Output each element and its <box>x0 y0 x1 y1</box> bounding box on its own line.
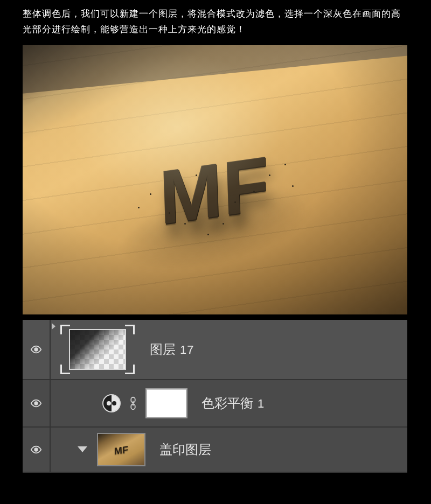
thumbnail-image <box>69 329 126 370</box>
visibility-toggle[interactable] <box>23 380 51 426</box>
link-icon[interactable] <box>128 395 139 411</box>
layer-name-text: 盖印图层 <box>159 441 211 458</box>
layers-panel: 图层 17 色 <box>23 320 407 473</box>
layer-name[interactable]: 色彩平衡 1 <box>201 395 265 412</box>
result-preview-image: MF <box>23 45 407 314</box>
eye-icon <box>30 397 42 409</box>
layer-name[interactable]: 盖印图层 <box>159 441 211 458</box>
layer-row-color-balance[interactable]: 色彩平衡 1 <box>23 380 407 428</box>
expand-arrow-icon[interactable] <box>52 323 55 330</box>
layer-mask-thumbnail[interactable] <box>145 388 187 418</box>
layer-name[interactable]: 图层 17 <box>150 341 194 358</box>
layer-thumbnail[interactable]: MF <box>97 433 145 466</box>
eye-icon <box>30 344 42 355</box>
visibility-toggle[interactable] <box>23 428 51 472</box>
layer-name-number: 17 <box>180 343 194 357</box>
layer-name-number: 1 <box>258 397 265 411</box>
layer-row-stamp[interactable]: MF 盖印图层 <box>23 428 407 473</box>
thumbnail-mini-text: MF <box>114 444 128 458</box>
eye-icon <box>30 444 42 456</box>
layer-thumbnail[interactable] <box>57 325 138 374</box>
layer-row-17[interactable]: 图层 17 <box>23 320 407 380</box>
layer-name-text: 图层 <box>150 341 176 358</box>
layer-name-text: 色彩平衡 <box>201 395 253 412</box>
svg-point-0 <box>34 348 38 351</box>
svg-point-1 <box>34 402 38 405</box>
visibility-toggle[interactable] <box>23 320 51 379</box>
lighting-vignette <box>23 45 407 314</box>
collapse-arrow-icon[interactable] <box>78 446 87 452</box>
svg-point-5 <box>34 448 38 451</box>
adjustment-layer-icon[interactable] <box>102 394 121 412</box>
tutorial-description-text: 整体调色后，我们可以新建一个图层，将混合模式改为滤色，选择一个深灰色在画面的高光… <box>0 0 431 45</box>
